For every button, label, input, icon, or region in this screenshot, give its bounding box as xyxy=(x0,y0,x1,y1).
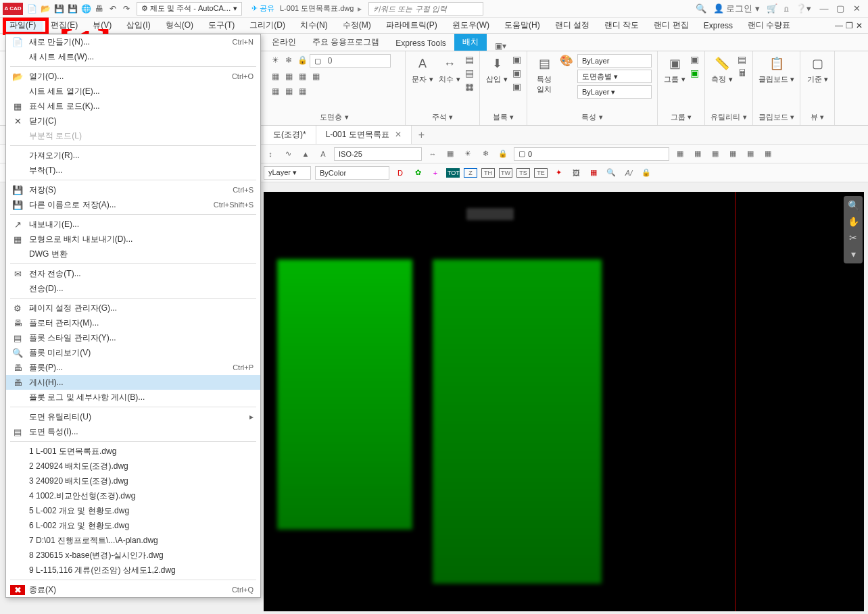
qat-open-icon[interactable]: 📂 xyxy=(39,3,51,15)
file-menu-item[interactable]: 5 L-002 개요 및 현황도.dwg xyxy=(6,503,260,518)
file-menu-item[interactable]: ✕닫기(C) xyxy=(6,113,260,128)
match-props-button[interactable]: ▤특성 일치 xyxy=(533,54,556,95)
nav-zoom-icon[interactable]: 🔍 xyxy=(848,200,859,211)
qat-saveas-icon[interactable]: 💾 xyxy=(66,3,78,15)
cart-icon[interactable]: 🛒 xyxy=(767,3,777,14)
layer-tool7-icon[interactable]: ▦ xyxy=(296,85,308,97)
file-menu-item[interactable]: 🖶플롯(P)...Ctrl+P xyxy=(6,360,260,375)
menu-window[interactable]: 윈도우(W) xyxy=(445,18,496,33)
st2-icon13[interactable]: 🔍 xyxy=(604,168,618,177)
st1-icon14[interactable]: ▦ xyxy=(744,149,757,158)
menu-landy-settings[interactable]: 랜디 설정 xyxy=(548,18,596,33)
st1-icon6[interactable]: ▦ xyxy=(443,149,457,158)
st1-icon10[interactable]: ▦ xyxy=(673,149,687,158)
text-button[interactable]: A문자 ▾ xyxy=(411,54,434,84)
layer-combo[interactable]: ▢ 0 xyxy=(310,54,391,68)
dimstyle-combo[interactable]: ISO-25 xyxy=(334,147,422,161)
panel-title-annot[interactable]: 주석 ▾ xyxy=(411,111,474,124)
file-menu-item[interactable]: 💾저장(S)Ctrl+S xyxy=(6,182,260,197)
doc-tab-1[interactable]: 도(조경)* xyxy=(264,126,316,144)
block-icon-1[interactable]: ▣ xyxy=(512,54,521,65)
nav-orbit-icon[interactable]: ✂ xyxy=(849,232,857,243)
ribbon-tab-layout[interactable]: 배치 xyxy=(454,34,487,51)
st1-icon[interactable]: ↕ xyxy=(264,150,277,158)
search-icon[interactable]: 🔍 xyxy=(696,3,706,14)
menu-express[interactable]: Express xyxy=(697,19,740,32)
nav-pan-icon[interactable]: ✋ xyxy=(848,216,859,227)
file-menu-item[interactable]: 📄새로 만들기(N)...Ctrl+N xyxy=(6,34,260,49)
bycolor-combo[interactable]: ByColor xyxy=(315,166,389,180)
st1-icon3[interactable]: ▲ xyxy=(299,150,312,158)
layer-tool6-icon[interactable]: ▦ xyxy=(283,85,295,97)
st1-icon12[interactable]: ▦ xyxy=(708,149,722,158)
panel-title-clip[interactable]: 클립보드 ▾ xyxy=(758,111,794,124)
apps-icon[interactable]: ⩍ xyxy=(784,3,789,14)
close-icon[interactable]: ✕ xyxy=(850,3,863,14)
file-menu-item[interactable]: 2 240924 배치도(조경).dwg xyxy=(6,459,260,474)
st2-icon4[interactable]: TOT xyxy=(446,168,460,178)
qat-redo-icon[interactable]: ↷ xyxy=(120,3,132,15)
layer-sun-icon[interactable]: ☀ xyxy=(269,54,281,66)
file-menu-item[interactable]: ▦표식 세트 로드(K)... xyxy=(6,99,260,113)
ribbon-tab-express[interactable]: Express Tools xyxy=(387,36,454,51)
tab-close-icon[interactable]: ✕ xyxy=(395,130,402,139)
st2-icon12[interactable]: ▦ xyxy=(587,168,600,177)
st1-icon13[interactable]: ▦ xyxy=(726,149,740,158)
util-icon-2[interactable]: 🖩 xyxy=(738,68,747,78)
file-menu-item[interactable]: 전송(D)... xyxy=(6,281,260,296)
add-tab-button[interactable]: + xyxy=(412,129,431,141)
ribbon-tab-apps[interactable]: 주요 응용프로그램 xyxy=(304,34,387,51)
menu-landy-draw[interactable]: 랜디 작도 xyxy=(598,18,646,33)
menu-parametric[interactable]: 파라메트릭(P) xyxy=(379,18,444,33)
qat-web-icon[interactable]: 🌐 xyxy=(80,3,92,15)
bylayer-combo[interactable]: yLayer ▾ xyxy=(264,166,311,180)
search-input[interactable] xyxy=(368,2,483,16)
file-menu-item[interactable]: 8 230615 x-base(변경)-실시인가.dwg xyxy=(6,548,260,563)
st2-icon3[interactable]: + xyxy=(429,169,442,177)
file-menu-item[interactable]: 시트 세트 열기(E)... xyxy=(6,84,260,99)
doc-close-icon[interactable]: ✕ xyxy=(856,21,863,30)
st2-icon6[interactable]: TH xyxy=(481,168,495,178)
file-menu-item[interactable]: 4 1002.비교안선형(조경).dwg xyxy=(6,488,260,503)
st2-icon15[interactable]: 🔒 xyxy=(640,168,653,177)
file-menu-item[interactable]: 가져오기(R)... xyxy=(6,148,260,163)
file-menu-item[interactable]: ▤플롯 스타일 관리자(Y)... xyxy=(6,330,260,345)
st2-icon2[interactable]: ✿ xyxy=(411,168,425,177)
st2-icon9[interactable]: TE xyxy=(534,168,548,178)
panel-title-layer[interactable]: 도면층 ▾ xyxy=(269,111,400,124)
menu-format[interactable]: 형식(O) xyxy=(159,18,200,33)
file-menu-item[interactable]: 1 L-001 도면목록표.dwg xyxy=(6,444,260,459)
file-menu-item[interactable]: 🖶플로터 관리자(M)... xyxy=(6,315,260,330)
annot-icon-1[interactable]: ▤ xyxy=(465,54,474,65)
prop-combo-2[interactable]: 도면층별 ▾ xyxy=(577,70,652,83)
menu-landy-qty[interactable]: 랜디 수량표 xyxy=(741,18,797,33)
file-menu-item[interactable]: 부착(T)... xyxy=(6,163,260,178)
annot-icon-3[interactable]: ▦ xyxy=(465,81,474,92)
panel-title-util[interactable]: 유틸리티 ▾ xyxy=(710,111,747,124)
ribbon-tab-online[interactable]: 온라인 xyxy=(264,34,304,51)
file-menu-item[interactable]: 💾다른 이름으로 저장(A)...Ctrl+Shift+S xyxy=(6,197,260,212)
annot-icon-2[interactable]: ▤ xyxy=(465,68,474,78)
layer-freeze-icon[interactable]: ❄ xyxy=(283,54,295,66)
menu-landy-edit[interactable]: 랜디 편집 xyxy=(647,18,695,33)
menu-draw[interactable]: 그리기(D) xyxy=(243,18,292,33)
prop-combo-1[interactable]: ByLayer xyxy=(577,54,652,68)
maximize-icon[interactable]: ▢ xyxy=(834,3,846,14)
doc-tab-2[interactable]: L-001 도면목록표✕ xyxy=(316,126,412,144)
workspace-combo[interactable]: ⚙ 제도 및 주석 - AutoCA… ▾ xyxy=(137,2,242,16)
file-menu-item[interactable]: 9 L-115,116 계류(인조암) 상세도1,2.dwg xyxy=(6,563,260,578)
st1-icon8[interactable]: ❄ xyxy=(479,149,492,158)
panel-title-view[interactable]: 뷰 ▾ xyxy=(806,111,829,124)
prop-combo-3[interactable]: ByLayer ▾ xyxy=(577,85,652,99)
qat-undo-icon[interactable]: ↶ xyxy=(107,3,119,15)
st1-icon9[interactable]: 🔒 xyxy=(496,149,510,158)
menu-insert[interactable]: 삽입(I) xyxy=(120,18,157,33)
layer-tool-icon[interactable]: ▦ xyxy=(269,70,281,82)
file-menu-item[interactable]: 📂열기(O)...Ctrl+O xyxy=(6,69,260,84)
st1-icon2[interactable]: ∿ xyxy=(281,149,295,158)
file-menu-item[interactable]: 🖶게시(H)... xyxy=(6,375,260,390)
menu-dim[interactable]: 치수(N) xyxy=(293,18,335,33)
menu-view[interactable]: 뷰(V) xyxy=(86,18,118,33)
layer-lock-icon[interactable]: 🔒 xyxy=(296,54,308,66)
color-wheel-icon[interactable]: 🎨 xyxy=(560,54,573,67)
